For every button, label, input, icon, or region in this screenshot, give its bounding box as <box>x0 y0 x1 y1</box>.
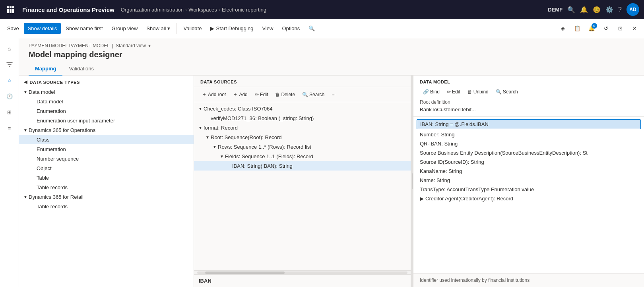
toolbar-icon-5[interactable]: ⊡ <box>614 22 627 35</box>
datasource-tree-item[interactable]: ▼Check_codes: Class ISO7064 <box>194 104 411 113</box>
show-name-first-button[interactable]: Show name first <box>62 23 107 34</box>
show-all-button[interactable]: Show all ▾ <box>142 23 174 34</box>
left-tree-item[interactable]: Enumeration <box>19 106 194 116</box>
view-chevron-icon[interactable]: ▾ <box>148 43 151 48</box>
bind-button[interactable]: 🔗 Bind <box>420 87 443 96</box>
left-tree-item[interactable]: Data model <box>19 97 194 106</box>
datamodel-tree-item[interactable]: Source Business Entity Description(Sourc… <box>413 148 644 157</box>
expand-icon[interactable]: ▼ <box>22 89 29 95</box>
three-panel-layout: ◀ DATA SOURCE TYPES ▼Data modelData mode… <box>19 76 644 287</box>
datamodel-tree-item[interactable]: KanaName: String <box>413 167 644 176</box>
left-tree-item[interactable]: Enumeration user input parameter <box>19 116 194 125</box>
help-icon[interactable]: ? <box>618 6 622 13</box>
show-details-button[interactable]: Show details <box>24 23 61 34</box>
delete-button[interactable]: 🗑 Delete <box>272 90 298 99</box>
options-button[interactable]: Options <box>278 23 304 34</box>
side-nav-workspace[interactable]: ⊞ <box>2 105 17 119</box>
expand-icon[interactable]: ▼ <box>197 124 204 131</box>
dm-edit-button[interactable]: ✏ Edit <box>444 87 464 96</box>
more-button[interactable]: ··· <box>328 90 339 99</box>
toolbar-search-button[interactable]: 🔍 <box>305 23 319 34</box>
datasource-tree-item[interactable]: ▼Rows: Sequence 1..* (Rows): Record list <box>194 142 411 151</box>
datamodel-tree: IBAN: String = @.Fields.IBANNumber: Stri… <box>413 116 644 273</box>
datasources-toolbar: ＋ Add root ＋ Add ✏ Edit 🗑 Delete <box>194 87 411 102</box>
expand-icon[interactable]: ▼ <box>22 194 29 200</box>
expand-icon[interactable]: ▼ <box>22 127 29 133</box>
datasource-tree-item[interactable]: ▼Root: Sequence(Root): Record <box>194 132 411 142</box>
datamodel-tree-item[interactable]: QR-IBAN: String <box>413 139 644 148</box>
horizontal-scrollbar[interactable] <box>194 270 411 274</box>
left-tree-item[interactable]: Table <box>19 173 194 182</box>
toolbar-icon-3[interactable]: 🔔 0 <box>585 22 598 35</box>
datasource-tree-item[interactable]: ▼Fields: Sequence 1..1 (Fields): Record <box>194 151 411 161</box>
breadcrumb-workspaces[interactable]: Workspaces <box>188 7 217 13</box>
unbind-button[interactable]: 🗑 Unbind <box>464 87 492 96</box>
left-tree-item[interactable]: ▼Dynamics 365 for Operations <box>19 125 194 135</box>
datasource-tree-item[interactable]: IBAN: String(IBAN): String <box>194 161 411 171</box>
search-datasource-button[interactable]: 🔍 Search <box>299 90 328 99</box>
datamodel-tree-item[interactable]: Number: String <box>413 130 644 139</box>
breadcrumb-sep-1: › <box>185 7 187 13</box>
side-nav-history[interactable]: 🕐 <box>2 89 17 103</box>
left-tree-item[interactable]: Number sequence <box>19 154 194 163</box>
left-tree-item[interactable]: Table records <box>19 202 194 211</box>
datamodel-tree-item[interactable]: Name: String <box>413 176 644 185</box>
edit-button[interactable]: ✏ Edit <box>252 90 272 99</box>
view-button[interactable]: View <box>258 23 277 34</box>
tree-item-label: Object <box>37 165 189 171</box>
left-tree-item[interactable]: ▼Data model <box>19 87 194 97</box>
expand-icon[interactable]: ▼ <box>204 134 211 140</box>
svg-rect-4 <box>10 9 12 11</box>
left-tree-item[interactable]: ▼Dynamics 365 for Retail <box>19 192 194 202</box>
side-nav-list[interactable]: ≡ <box>2 121 17 135</box>
breadcrumb-model[interactable]: PAYMENTMODEL PAYMENT MODEL <box>29 43 110 48</box>
datamodel-tree-item[interactable]: ▶Creditor Agent(CreditorAgent): Record <box>413 194 644 203</box>
dm-item-label: Number: String <box>420 132 454 138</box>
toolbar-icon-4[interactable]: ↺ <box>599 22 612 35</box>
side-nav-filter[interactable] <box>2 57 17 72</box>
dm-expand-icon[interactable]: ▶ <box>420 196 424 202</box>
toolbar-icon-2[interactable]: 📋 <box>571 22 584 35</box>
expand-icon[interactable]: ▼ <box>219 153 225 159</box>
tab-validations[interactable]: Validations <box>62 62 100 76</box>
bind-icon: 🔗 <box>423 89 429 95</box>
side-nav-home[interactable]: ⌂ <box>2 41 17 56</box>
side-nav-star[interactable]: ☆ <box>2 73 17 87</box>
left-tree-item[interactable]: Object <box>19 163 194 173</box>
toolbar-icon-1[interactable]: ◈ <box>557 22 569 35</box>
tab-mapping[interactable]: Mapping <box>29 62 62 76</box>
tree-item-label: Enumeration <box>37 146 189 152</box>
close-button[interactable]: ✕ <box>628 22 641 35</box>
start-debugging-button[interactable]: ▶ Start Debugging <box>206 23 257 34</box>
datamodel-tree-item[interactable]: TransType: AccountTransType Enumeration … <box>413 185 644 194</box>
left-tree-item[interactable]: Enumeration <box>19 144 194 154</box>
datamodel-tree-item[interactable]: Source ID(SourceID): String <box>413 157 644 167</box>
datasource-tree-item[interactable]: ▼format: Record <box>194 123 411 132</box>
group-view-button[interactable]: Group view <box>108 23 142 34</box>
breadcrumb-org[interactable]: Organization administration <box>121 7 184 13</box>
user-avatar[interactable]: AD <box>627 3 639 16</box>
left-tree-item[interactable]: Class <box>19 135 194 144</box>
dm-search-button[interactable]: 🔍 Search <box>493 87 521 96</box>
dm-selected-item[interactable]: IBAN: String = @.Fields.IBAN <box>417 119 641 129</box>
collapse-icon[interactable]: ◀ <box>24 80 27 85</box>
settings-icon[interactable]: ⚙️ <box>605 6 613 14</box>
expand-icon[interactable]: ▼ <box>211 144 218 150</box>
add-button[interactable]: ＋ Add <box>230 89 250 99</box>
breadcrumb-nav: Organization administration › Workspaces… <box>121 7 545 13</box>
breadcrumb-view[interactable]: Standard view <box>116 43 146 48</box>
smiley-icon[interactable]: 😊 <box>593 6 601 14</box>
left-tree-item[interactable]: Table records <box>19 182 194 192</box>
add-root-button[interactable]: ＋ Add root <box>199 89 229 99</box>
dm-item-label: QR-IBAN: String <box>420 141 458 147</box>
datasource-tree-item[interactable]: verifyMOD1271_36: Boolean (_string: Stri… <box>194 113 411 123</box>
notification-icon[interactable]: 🔔 <box>580 6 588 14</box>
validate-button[interactable]: Validate <box>179 23 206 34</box>
expand-icon[interactable]: ▼ <box>197 105 204 112</box>
search-nav-icon[interactable]: 🔍 <box>567 6 575 14</box>
app-title: Finance and Operations Preview <box>19 6 118 13</box>
breadcrumb-er[interactable]: Electronic reporting <box>222 7 266 13</box>
scroll-track <box>197 271 407 274</box>
save-button[interactable]: Save <box>3 23 23 34</box>
waffle-button[interactable] <box>5 4 16 15</box>
